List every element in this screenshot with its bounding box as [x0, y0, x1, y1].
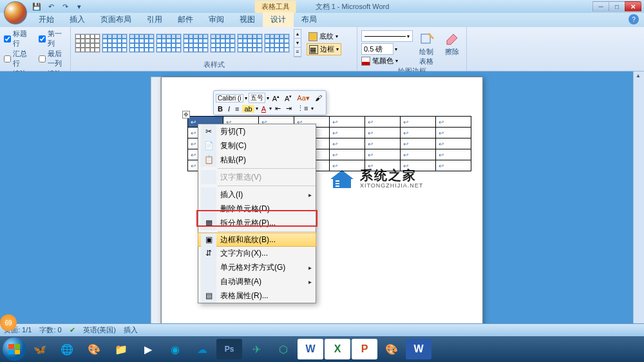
- status-mode[interactable]: 插入: [124, 325, 138, 335]
- draw-table-button[interactable]: 绘制表格: [417, 30, 438, 66]
- taskbar-ie[interactable]: 🌐: [54, 339, 80, 359]
- taskbar-app-2[interactable]: 🎨: [81, 339, 107, 359]
- minimize-button[interactable]: ─: [592, 1, 609, 12]
- context-menu-item[interactable]: ▦拆分单元格(P)...: [198, 216, 316, 230]
- table-style-thumb[interactable]: [237, 33, 263, 53]
- style-option-汇总行[interactable]: 汇总行: [4, 49, 32, 68]
- highlight-icon[interactable]: ab: [242, 105, 254, 113]
- context-menu-item[interactable]: ✂剪切(T): [198, 124, 316, 138]
- eraser-button[interactable]: 擦除: [442, 30, 462, 57]
- font-size-selector[interactable]: 五号: [249, 93, 265, 103]
- proofing-icon[interactable]: ✔: [70, 326, 75, 334]
- taskbar-app-4[interactable]: ✈: [243, 339, 269, 359]
- status-language[interactable]: 英语(美国): [83, 325, 116, 335]
- taskbar-cloud[interactable]: ☁: [189, 339, 215, 359]
- table-cell[interactable]: ↩: [330, 138, 365, 149]
- border-width[interactable]: 0.5 磅: [361, 43, 393, 55]
- table-style-gallery[interactable]: [75, 33, 290, 53]
- format-painter-icon[interactable]: 🖌: [313, 94, 324, 102]
- table-cell[interactable]: ↩: [401, 128, 436, 138]
- save-icon[interactable]: 💾: [31, 1, 43, 12]
- taskbar-explorer[interactable]: 📁: [108, 339, 134, 359]
- tab-references[interactable]: 引用: [139, 12, 170, 27]
- table-style-thumb[interactable]: [75, 33, 100, 53]
- font-color-icon[interactable]: A: [260, 105, 268, 113]
- border-line-style[interactable]: ▾: [361, 30, 413, 42]
- tab-layout[interactable]: 布局: [294, 12, 325, 27]
- table-cell[interactable]: ↩: [365, 138, 401, 149]
- pen-color-button[interactable]: 笔颜色▾: [361, 56, 413, 66]
- style-option-标题行[interactable]: 标题行: [4, 29, 32, 48]
- taskbar-excel[interactable]: X: [325, 339, 350, 359]
- table-style-thumb[interactable]: [183, 33, 209, 53]
- taskbar-app-1[interactable]: 🦋: [27, 339, 53, 359]
- maximize-button[interactable]: □: [609, 1, 625, 12]
- taskbar-wps[interactable]: W: [406, 339, 431, 359]
- tab-page-layout[interactable]: 页面布局: [93, 12, 139, 27]
- office-button[interactable]: [4, 1, 27, 24]
- align-center-icon[interactable]: ≡: [233, 105, 241, 113]
- taskbar-powerpoint[interactable]: P: [352, 339, 377, 359]
- table-cell[interactable]: ↩: [436, 149, 471, 160]
- context-menu-item[interactable]: ▣边框和底纹(B)...: [198, 233, 316, 247]
- start-button[interactable]: [3, 338, 26, 361]
- italic-icon[interactable]: I: [226, 105, 232, 113]
- change-case-icon[interactable]: Aa▾: [295, 94, 311, 102]
- tab-mailings[interactable]: 邮件: [170, 12, 201, 27]
- table-cell[interactable]: ↩: [436, 128, 471, 138]
- taskbar-app-3[interactable]: ◉: [162, 339, 188, 359]
- context-menu-item[interactable]: ⇵文字方向(X)...: [198, 246, 316, 260]
- tab-view[interactable]: 视图: [232, 12, 263, 27]
- taskbar-ps[interactable]: Ps: [216, 339, 242, 359]
- table-cell[interactable]: ↩: [401, 138, 436, 149]
- table-style-thumb[interactable]: [264, 33, 290, 53]
- table-cell[interactable]: ↩: [401, 149, 436, 160]
- redo-icon[interactable]: ↷: [59, 1, 71, 12]
- table-cell[interactable]: ↩: [330, 149, 365, 160]
- vertical-scrollbar[interactable]: [633, 71, 644, 336]
- help-icon[interactable]: ?: [629, 14, 639, 24]
- bullets-icon[interactable]: ⋮≡: [295, 104, 310, 113]
- context-menu-item[interactable]: ▤表格属性(R)...: [198, 289, 316, 303]
- gallery-scroll[interactable]: ▴▾≡: [294, 29, 301, 57]
- tab-design[interactable]: 设计: [263, 12, 294, 27]
- increase-indent-icon[interactable]: ⇥: [284, 104, 294, 113]
- qat-dropdown-icon[interactable]: ▾: [73, 1, 85, 12]
- table-cell[interactable]: ↩: [365, 149, 401, 160]
- table-style-thumb[interactable]: [102, 33, 128, 53]
- table-style-thumb[interactable]: [129, 33, 155, 53]
- tab-review[interactable]: 审阅: [201, 12, 232, 27]
- context-menu-item[interactable]: 自动调整(A): [198, 274, 316, 289]
- taskbar-word[interactable]: W: [298, 339, 323, 359]
- taskbar-app-5[interactable]: ⬡: [270, 339, 296, 359]
- bold-icon[interactable]: B: [216, 105, 225, 113]
- table-cell[interactable]: ↩: [330, 160, 365, 171]
- context-menu-item[interactable]: 单元格对齐方式(G): [198, 260, 316, 274]
- table-cell[interactable]: ↩: [436, 160, 471, 171]
- table-cell[interactable]: ↩: [330, 128, 365, 138]
- tab-home[interactable]: 开始: [31, 12, 62, 27]
- style-option-最后一列[interactable]: 最后一列: [39, 49, 67, 68]
- table-cell[interactable]: ↩: [401, 117, 436, 128]
- notification-badge[interactable]: 69: [0, 314, 17, 331]
- document-page[interactable]: Calibri (i▾ 五号▾ A▴ A▾ Aa▾ 🖌 B I ≡ ab▾ A▾…: [161, 77, 483, 347]
- borders-button[interactable]: ▦边框▾: [307, 43, 341, 55]
- table-style-thumb[interactable]: [210, 33, 236, 53]
- table-move-handle[interactable]: ✥: [182, 111, 190, 119]
- taskbar-paint[interactable]: 🎨: [379, 339, 404, 359]
- table-cell[interactable]: ↩: [365, 160, 401, 171]
- shrink-font-icon[interactable]: A▾: [283, 94, 294, 102]
- undo-icon[interactable]: ↶: [45, 1, 57, 12]
- table-cell[interactable]: ↩: [401, 160, 436, 171]
- status-words[interactable]: 字数: 0: [39, 325, 61, 335]
- context-menu-item[interactable]: 删除单元格(D)...: [198, 202, 316, 216]
- table-style-thumb[interactable]: [156, 33, 182, 53]
- vertical-ruler[interactable]: [151, 77, 161, 347]
- font-selector[interactable]: Calibri (i: [216, 94, 243, 102]
- taskbar-media[interactable]: ▶: [135, 339, 161, 359]
- table-cell[interactable]: ↩: [436, 117, 471, 128]
- context-menu-item[interactable]: 📄复制(C): [198, 138, 316, 153]
- close-button[interactable]: ✕: [625, 1, 641, 12]
- tab-insert[interactable]: 插入: [62, 12, 93, 27]
- context-menu-item[interactable]: 📋粘贴(P): [198, 153, 316, 167]
